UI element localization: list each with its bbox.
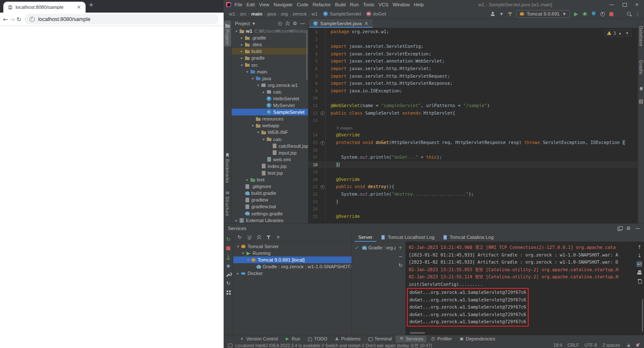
back-icon[interactable] bbox=[3, 16, 8, 22]
run-config-selector[interactable]: Tomcat 9.0.691 bbox=[516, 10, 570, 18]
console-v-scrollbar[interactable] bbox=[642, 299, 643, 332]
tree-item[interactable]: index.jsp bbox=[232, 163, 308, 170]
code-line[interactable]: 12public class SampleServlet extends Htt… bbox=[308, 110, 638, 117]
code-line[interactable]: 19 bbox=[308, 168, 638, 176]
float-icon[interactable] bbox=[616, 225, 622, 231]
prev-problem-icon[interactable] bbox=[618, 31, 622, 35]
code-line[interactable]: 17 System.out.println("doGet..." + this)… bbox=[308, 154, 638, 161]
line-number[interactable] bbox=[308, 124, 318, 132]
line-number[interactable]: 19 bbox=[308, 168, 318, 176]
tree-item[interactable]: MyServlet bbox=[232, 102, 308, 109]
coverage-icon[interactable] bbox=[591, 11, 597, 17]
tool-tab-profiler[interactable]: Profiler bbox=[427, 335, 455, 343]
tool-tab-todo[interactable]: TODO bbox=[304, 335, 330, 343]
code-line[interactable]: 20 @Override bbox=[308, 176, 638, 183]
console-output[interactable]: 02-Jan-2023 13:21:45.908 경고 [RMI TCP Con… bbox=[406, 242, 635, 335]
menu-item-view[interactable]: View bbox=[257, 2, 271, 7]
artifact-item[interactable]: Gradle : org.zerock : bbox=[352, 244, 396, 251]
browser-page[interactable] bbox=[0, 26, 224, 348]
line-number[interactable]: 22 bbox=[308, 191, 318, 198]
redeploy-icon[interactable] bbox=[398, 262, 404, 268]
code-line[interactable]: 23 } bbox=[308, 198, 638, 206]
line-number[interactable]: 24 bbox=[308, 205, 318, 213]
code-line[interactable]: 4import javax.servlet.ServletException; bbox=[308, 50, 638, 58]
code-editor[interactable]: 1package org.zerock.w1;23import javax.se… bbox=[308, 28, 638, 223]
bell-icon[interactable] bbox=[638, 86, 644, 92]
code-line[interactable]: 6import javax.servlet.http.HttpServlet; bbox=[308, 65, 638, 73]
win-min-icon[interactable] bbox=[609, 2, 615, 8]
add-icon[interactable] bbox=[275, 234, 281, 240]
console-tab-server[interactable]: Server bbox=[355, 233, 376, 242]
line-number[interactable]: 6 bbox=[308, 65, 318, 73]
status-message[interactable]: Localized IntelliJ IDEA 2022.2.4 is avai… bbox=[235, 342, 432, 348]
breadcrumb-item[interactable]: java bbox=[267, 11, 276, 16]
code-line[interactable]: 11@WebServlet(name = "sampleServlet", ur… bbox=[308, 102, 638, 110]
code-line[interactable]: 15 protected void doGet(HttpServletReque… bbox=[308, 139, 638, 147]
menu-item-tools[interactable]: Tools bbox=[361, 2, 376, 7]
tool-tab-version-control[interactable]: Version Control bbox=[236, 335, 281, 343]
stripe-item-structure[interactable]: Structure bbox=[224, 188, 231, 218]
profiler-icon[interactable] bbox=[600, 11, 605, 17]
minus2-icon[interactable] bbox=[398, 254, 404, 259]
tree-item[interactable]: ▾main bbox=[232, 68, 308, 75]
line-number[interactable]: 3 bbox=[308, 43, 318, 50]
line-number[interactable]: 18 bbox=[308, 161, 318, 169]
code-line[interactable]: 18 } bbox=[308, 161, 638, 169]
file-encoding[interactable]: UTF-8 bbox=[584, 343, 597, 348]
user-icon[interactable] bbox=[490, 11, 495, 17]
code-line[interactable]: 2 bbox=[308, 36, 638, 43]
address-bar[interactable]: localhost:8080/sample bbox=[24, 14, 219, 24]
code-line[interactable]: 3import javax.servlet.ServletConfig; bbox=[308, 43, 638, 50]
tree-item[interactable]: build.gradle bbox=[232, 190, 308, 196]
line-number[interactable]: 11 bbox=[308, 102, 318, 110]
tool-tab-services[interactable]: Services bbox=[396, 335, 426, 343]
stripe-item-project[interactable]: Project bbox=[224, 21, 231, 47]
line-number[interactable]: 15 bbox=[308, 139, 318, 147]
site-info-icon[interactable] bbox=[29, 16, 35, 22]
breadcrumb-item[interactable]: zerock bbox=[292, 11, 307, 16]
tree-item[interactable]: calcResult.jsp bbox=[232, 143, 308, 149]
next-problem-icon[interactable] bbox=[625, 31, 629, 35]
tree-item[interactable]: SampleServlet bbox=[232, 109, 308, 115]
line-number[interactable]: 4 bbox=[308, 50, 318, 58]
breadcrumb-item[interactable]: doGet bbox=[365, 11, 386, 17]
tree-item[interactable]: ▸.gradle bbox=[232, 34, 308, 41]
breadcrumb-item[interactable]: org bbox=[280, 11, 288, 16]
tool-tab-terminal[interactable]: Terminal bbox=[364, 335, 395, 343]
code-line[interactable]: 8import javax.servlet.http.HttpServletRe… bbox=[308, 80, 638, 87]
code-line[interactable]: 16 bbox=[308, 147, 638, 154]
override-icon[interactable] bbox=[320, 184, 325, 189]
gem-icon[interactable] bbox=[225, 263, 231, 269]
minus-icon[interactable] bbox=[300, 21, 305, 26]
code-line[interactable]: 1package org.zerock.w1; bbox=[308, 28, 638, 36]
tree-item[interactable]: ▸build bbox=[232, 48, 308, 55]
line-number[interactable]: 5 bbox=[308, 58, 318, 65]
line-number[interactable]: 1 bbox=[308, 28, 318, 36]
gear-icon[interactable] bbox=[626, 225, 631, 231]
tree-item[interactable]: input.jsp bbox=[232, 149, 308, 156]
tool-tab-run[interactable]: Run bbox=[282, 335, 303, 343]
tree-item[interactable]: ▾w1C:₩Users₩user₩Workspace₩w1 bbox=[232, 28, 308, 34]
line-number[interactable]: 25 bbox=[308, 213, 318, 220]
tree-item[interactable]: ▾webapp bbox=[232, 122, 308, 129]
line-number[interactable]: 7 bbox=[308, 73, 318, 80]
stop-icon[interactable] bbox=[608, 11, 614, 17]
code-line[interactable]: 7import javax.servlet.http.HttpServletRe… bbox=[308, 73, 638, 80]
gear-icon[interactable] bbox=[292, 21, 298, 26]
tree-item[interactable]: ▾src bbox=[232, 61, 308, 68]
tree-item[interactable]: gradlew bbox=[232, 196, 308, 203]
code-line[interactable]: 10 bbox=[308, 94, 638, 102]
print-icon[interactable] bbox=[636, 270, 642, 275]
breadcrumb-item[interactable]: w1 bbox=[229, 11, 236, 16]
tree-item[interactable]: web.xml bbox=[232, 156, 308, 163]
deploy-icon[interactable] bbox=[225, 254, 231, 260]
menu-item-run[interactable]: Run bbox=[348, 2, 361, 7]
tree-item[interactable]: ▾Tomcat 9.0.691 [local] bbox=[233, 256, 352, 263]
hammer-icon[interactable] bbox=[507, 11, 513, 17]
stop-icon[interactable] bbox=[225, 245, 231, 251]
code-line[interactable]: 3 usages bbox=[308, 124, 638, 132]
tree-item[interactable]: settings.gradle bbox=[232, 210, 308, 217]
overridden-icon[interactable] bbox=[320, 110, 325, 115]
menu-item-file[interactable]: File bbox=[232, 2, 245, 7]
breadcrumb-item[interactable]: w1 bbox=[311, 11, 318, 16]
